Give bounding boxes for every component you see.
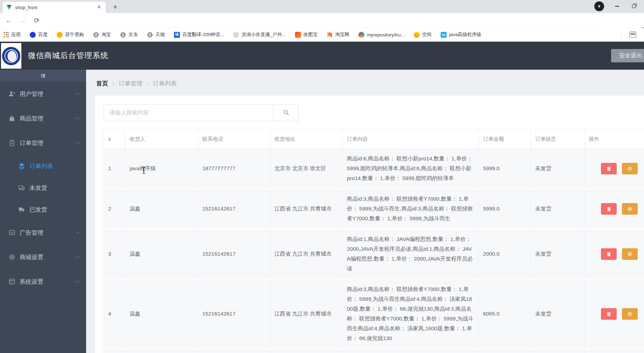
delete-order-button[interactable]	[601, 203, 617, 215]
orders-table: # 收货人 联系电话 收货地址 订单内容 订单金额 订单状态 操作 1 java…	[104, 130, 644, 353]
text-cursor-ibeam	[144, 167, 144, 174]
sidebar-item-user-management[interactable]: 用户管理	[0, 82, 86, 106]
app-title: 微信商城后台管理系统	[28, 50, 108, 61]
apps-icon	[4, 32, 9, 38]
qzone-icon	[414, 32, 420, 38]
cell-status	[531, 349, 584, 353]
new-tab-button[interactable]: +	[111, 3, 120, 12]
tab-close-icon[interactable]: ✕	[96, 4, 102, 11]
cell-order-content: 商品id:3,商品名称： 联想拯救者Y7000,数量： 1,单价： 5999,为…	[343, 279, 479, 349]
gear-badge-icon	[627, 251, 632, 257]
bookmark-apps[interactable]: 应用	[4, 32, 21, 38]
cell-status: 未发货	[531, 189, 584, 229]
cell-index: 3	[104, 229, 125, 279]
table-header-row: # 收货人 联系电话 收货地址 订单内容 订单金额 订单状态 操作	[104, 130, 644, 149]
sidebar-item-not-shipped[interactable]: 未发货	[0, 177, 86, 199]
monitor-icon	[8, 278, 15, 285]
bookmarks-bar: 应用 百度 苏宁易购 淘宝 京东 天猫 译 百度翻译-200种语... 洪湖小肖…	[0, 28, 644, 42]
myrepository-icon	[358, 32, 364, 38]
content-area: 首页 › 订单管理 › 订单列表 # 收货	[86, 70, 644, 353]
search-button[interactable]	[274, 104, 299, 121]
browser-toolbar: ← → ⟳ i localhost:8080/#/orderList ☆	[0, 13, 644, 28]
browser-window: { "browser": { "tab": { "title": "shop_f…	[0, 0, 644, 353]
bookmark-taobao-site[interactable]: 淘 淘宝网	[327, 32, 350, 38]
sidebar-item-mall-settings[interactable]: 商城设置	[0, 245, 86, 269]
browser-update-badge[interactable]: ▼	[594, 1, 604, 11]
bookmark-taobao[interactable]: 淘宝	[93, 32, 111, 38]
window-minimize-button[interactable]	[611, 0, 623, 13]
logout-button[interactable]: 安全退出	[611, 49, 644, 62]
sidebar-item-system-settings[interactable]: 系统设置	[0, 269, 86, 294]
breadcrumb-order-list: 订单列表	[153, 79, 177, 88]
bookmark-baidu[interactable]: 百度	[30, 32, 48, 38]
browser-tab[interactable]: shop_front ✕	[3, 2, 106, 13]
cell-consignee: 温鑫	[125, 279, 198, 349]
cell-status: 未发货	[531, 279, 584, 349]
sidebar-item-ad-management[interactable]: 广告管理	[0, 220, 86, 245]
delete-order-button[interactable]	[601, 163, 617, 174]
layers-icon	[18, 162, 25, 169]
cell-address: 江西省 九江市 共青城市	[270, 279, 343, 349]
reading-list-icon[interactable]	[629, 32, 636, 38]
col-operations: 操作	[584, 130, 644, 149]
sidebar-item-product-management[interactable]: 商品管理	[0, 106, 86, 131]
cell-amount: 5999.0	[479, 149, 531, 189]
table-row: 4 温鑫 15216142617 江西省 九江市 共青城市 商品id:3,商品名…	[104, 279, 644, 349]
window-restore-button[interactable]	[628, 0, 640, 13]
cell-consignee: 温鑫	[125, 189, 198, 229]
divider	[621, 31, 621, 38]
gear-badge-icon	[627, 166, 632, 171]
bookmark-tmall[interactable]: 天猫	[147, 32, 165, 38]
bookmark-baidu-translate[interactable]: 译 百度翻译-200种语...	[174, 32, 224, 38]
tab-title: shop_front	[15, 5, 96, 10]
view-order-button[interactable]	[622, 308, 638, 320]
bookmark-suning[interactable]: 苏宁易购	[57, 32, 84, 38]
school-logo	[1, 43, 21, 69]
delete-order-button[interactable]	[601, 308, 617, 320]
table-row: 1 java程序猿 18777777777 北京市 北京市 崇文区 商品id:6…	[104, 149, 644, 189]
menu-fold-icon	[40, 73, 47, 78]
cell-address	[270, 349, 343, 353]
sidebar-item-order-management[interactable]: 订单管理	[0, 131, 86, 155]
trash-icon	[606, 206, 611, 212]
gaitubao-icon	[295, 32, 301, 38]
cell-order-content: 商品id:6,商品名称： 联想小新pro14,数量： 1,单价： 5999,能吃…	[343, 149, 479, 189]
delete-order-button[interactable]	[601, 248, 617, 260]
search-input[interactable]	[104, 104, 274, 121]
breadcrumb-home[interactable]: 首页	[96, 79, 108, 88]
table-row: 商品id:1,商品名称： JAVA编程思想,数量： 3,单价： 54,	[104, 349, 644, 353]
cell-phone: 15216142617	[198, 229, 270, 279]
bookmark-honghu-live[interactable]: 洪湖小肖直播_户外...	[233, 32, 286, 38]
col-consignee: 收货人	[125, 130, 198, 149]
col-status: 订单状态	[531, 130, 584, 149]
menu-collapse-button[interactable]	[0, 70, 86, 82]
back-icon[interactable]: ←	[4, 15, 14, 26]
breadcrumb: 首页 › 订单管理 › 订单列表	[86, 70, 644, 88]
forward-icon[interactable]: →	[18, 15, 28, 26]
cell-consignee: java程序猿	[125, 149, 198, 189]
bookmark-java-programmer[interactable]: tv java高级程序猿	[441, 32, 481, 38]
col-amount: 订单金额	[479, 130, 531, 149]
view-order-button[interactable]	[622, 248, 638, 260]
sidebar-item-order-list[interactable]: 订单列表	[0, 155, 86, 177]
view-order-button[interactable]	[622, 203, 638, 215]
truck2-icon	[18, 206, 25, 213]
cell-phone: 18777777777	[198, 149, 270, 189]
trash-icon	[606, 311, 611, 317]
bookmark-jd[interactable]: 京东	[120, 32, 138, 38]
order-list-card: # 收货人 联系电话 收货地址 订单内容 订单金额 订单状态 操作 1 java…	[95, 96, 644, 353]
bookmark-qzone[interactable]: 空间	[414, 32, 432, 38]
cell-order-content: 商品id:3,商品名称： 联想拯救者Y7000,数量： 1,单价： 5999,为…	[343, 189, 479, 229]
chevron-down-icon	[75, 91, 80, 95]
cell-index: 1	[104, 149, 125, 189]
view-order-button[interactable]	[622, 163, 638, 174]
app-header: 微信商城后台管理系统 安全退出	[0, 42, 644, 70]
table-row: 2 温鑫 15216142617 江西省 九江市 共青城市 商品id:3,商品名…	[104, 189, 644, 229]
sidebar: 用户管理商品管理订单管理订单列表未发货已发货广告管理商城设置系统设置	[0, 70, 86, 353]
chevron-down-icon	[75, 254, 80, 258]
bookmark-gaitubao[interactable]: 改图宝	[295, 32, 318, 38]
sidebar-item-shipped[interactable]: 已发货	[0, 199, 86, 220]
reload-icon[interactable]: ⟳	[31, 15, 42, 26]
taobao-site-icon: 淘	[327, 32, 333, 38]
bookmark-myrepository[interactable]: myrepository/tru...	[358, 32, 405, 38]
